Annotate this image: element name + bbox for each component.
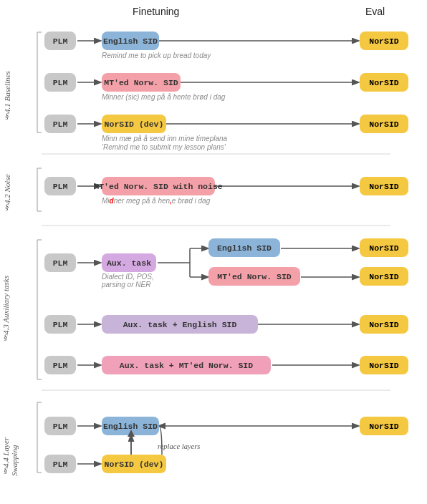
diagram: Finetuning Eval [0,0,427,504]
subtitle-aux: Dialect ID, POS,parsing or NER [102,273,154,289]
finetuning-header: Finetuning [133,6,179,17]
english-sid-l1: English SID [102,417,159,435]
eval-header: Eval [365,6,385,17]
plm-b1: PLM [44,32,76,50]
mted-norw-a1: MT'ed Norw. SID [208,267,300,286]
subtitle-b3b: 'Remind me to submit my lesson plans' [102,143,226,151]
aux-mted-norw-a3: Aux. task + MT'ed Norw. SID [102,356,271,374]
replace-layers-label: replace layers [158,442,200,450]
plm-b3: PLM [44,115,76,133]
plm-n1: PLM [44,177,76,195]
subtitle-n1: Midner meg på å hen,e brød i dag [102,197,210,205]
baselines-label: §4.1 Baselines [3,50,11,143]
norsid-l1: NorSID [360,417,408,435]
norsid-a3: NorSID [360,356,408,374]
plm-l2: PLM [44,455,76,473]
subtitle-b3a: Minn mæ på å send inn mine timeplana [102,135,227,142]
aux-task-a1: Aux. task [102,253,156,272]
norsid-a2: NorSID [360,315,408,334]
plm-a3: PLM [44,356,76,374]
noise-label: §4.2 Noise [3,172,11,215]
norsid-b1: NorSID [360,32,408,50]
mted-norw-b2: MT'ed Norw. SID [102,73,181,92]
norsid-dev-b3: NorSID (dev) [102,115,166,133]
norsid-dev-l2: NorSID (dev) [102,455,166,473]
english-sid-b1: English SID [102,32,159,50]
plm-a2: PLM [44,315,76,334]
english-sid-a1: English SID [208,238,280,257]
norsid-n1: NorSID [360,177,408,195]
plm-b2: PLM [44,73,76,92]
subtitle-b2: Minner (sic) meg på å hente brød i dag [102,93,225,101]
subtitle-b1: Remind me to pick up bread today [102,52,211,59]
norsid-eval-b3: NorSID [360,115,408,133]
norsid-a1-bot: NorSID [360,267,408,286]
norsid-a1-top: NorSID [360,238,408,257]
plm-a1: PLM [44,253,76,272]
norsid-b2: NorSID [360,73,408,92]
aux-label: §4.3 Auxiliary tasks [1,240,10,379]
plm-l1: PLM [44,417,76,435]
layer-label: §4.4 Layer Swapping [1,404,19,476]
aux-english-sid-a2: Aux. task + English SID [102,315,258,334]
mted-norw-noise: MT'ed Norw. SID with noise [102,177,215,195]
